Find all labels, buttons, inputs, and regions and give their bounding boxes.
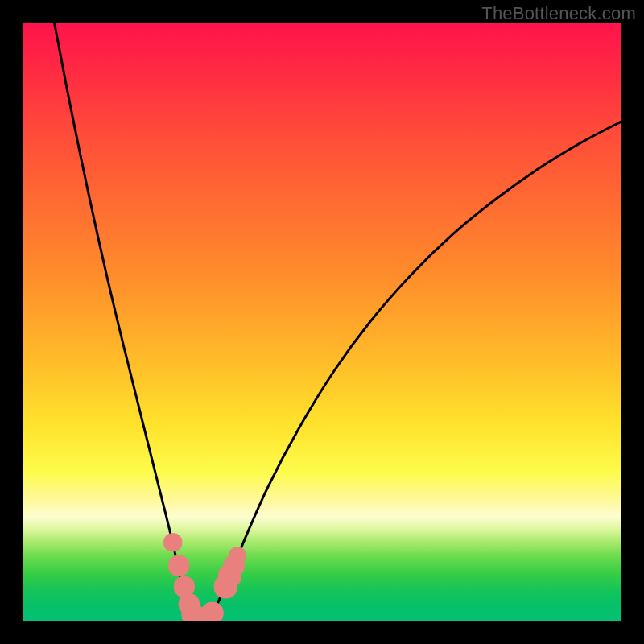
marker-dot bbox=[164, 534, 182, 551]
plot-area bbox=[23, 23, 621, 621]
bottleneck-curve bbox=[54, 23, 621, 619]
curve-markers bbox=[164, 534, 246, 621]
curve-layer bbox=[23, 23, 621, 621]
marker-dot bbox=[229, 547, 246, 564]
watermark-text: TheBottleneck.com bbox=[481, 3, 636, 24]
chart-frame: TheBottleneck.com bbox=[0, 0, 644, 644]
marker-dot bbox=[201, 602, 223, 621]
marker-dot bbox=[169, 555, 189, 576]
